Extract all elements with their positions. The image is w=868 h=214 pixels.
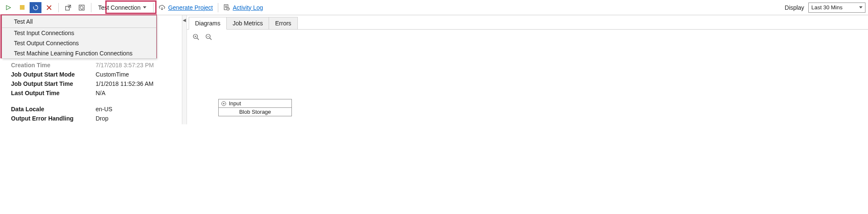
toolbar-separator [153,3,154,12]
input-icon [221,101,226,106]
property-row: Last Output Time N/A [11,90,182,96]
right-panel: Diagrams Job Metrics Errors Input Blob S… [187,15,868,124]
property-label: Creation Time [11,62,96,69]
splitter[interactable]: ◀ [182,15,187,124]
display-time-range-select[interactable]: Last 30 Mins [808,3,865,13]
activity-log-link[interactable]: Activity Log [222,4,265,11]
svg-line-13 [197,38,199,40]
test-connection-menu: Test All Test Input Connections Test Out… [2,15,157,59]
zoom-in-button[interactable] [193,34,201,41]
cloud-download-icon [159,4,165,11]
tab-errors[interactable]: Errors [269,17,297,29]
stop-button[interactable] [16,2,28,13]
activity-log-label: Activity Log [233,4,263,11]
property-label: Job Output Start Mode [11,71,96,78]
toolbar: Test Connection Generate Project Activit… [0,0,868,15]
property-row: Creation Time 7/17/2018 3:57:23 PM [11,62,182,69]
property-value: en-US [96,106,182,112]
display-time-range-value: Last 30 Mins [811,4,843,11]
generate-project-label: Generate Project [168,4,213,11]
chevron-down-icon [143,6,146,8]
diagram-node-title: Input [229,100,241,107]
svg-line-17 [210,38,212,40]
svg-point-20 [223,103,225,104]
activity-log-icon [223,4,230,11]
toolbar-separator [58,3,59,12]
svg-point-9 [228,8,228,9]
diagram-node-input[interactable]: Input Blob Storage [218,99,292,116]
menu-item-test-input[interactable]: Test Input Connections [2,28,156,38]
svg-rect-0 [20,5,25,10]
display-label: Display [785,4,804,11]
toolbar-separator [91,3,91,12]
menu-item-test-all[interactable]: Test All [2,16,156,28]
property-value: N/A [96,90,182,96]
property-value: Drop [96,115,182,122]
refresh-button[interactable] [30,2,41,13]
property-label: Data Locale [11,106,96,112]
test-connection-label: Test Connection [98,4,140,11]
menu-item-test-output[interactable]: Test Output Connections [2,38,156,48]
zoom-out-button[interactable] [206,34,213,41]
property-row: Job Output Start Time 1/1/2018 11:52:36 … [11,80,182,87]
zoom-out-icon [206,34,212,41]
zoom-in-icon [193,34,200,41]
property-row: Data Locale en-US [11,106,182,112]
generate-project-link[interactable]: Generate Project [157,4,214,11]
link-button[interactable] [76,2,88,13]
property-label: Job Output Start Time [11,80,96,87]
property-row: Output Error Handling Drop [11,115,182,122]
chevron-left-icon: ◀ [183,18,186,22]
property-label: Last Output Time [11,90,96,96]
tab-job-metrics[interactable]: Job Metrics [226,17,269,29]
menu-item-test-ml[interactable]: Test Machine Learning Function Connectio… [2,48,156,58]
play-button[interactable] [3,2,14,13]
tabs: Diagrams Job Metrics Errors [187,15,868,30]
diagram-area: Input Blob Storage [187,30,868,124]
delete-button[interactable] [43,2,55,13]
diagram-node-type: Blob Storage [219,108,291,116]
property-value: 1/1/2018 11:52:36 AM [96,80,182,87]
open-external-button[interactable] [62,2,74,13]
property-value: CustomTime [96,71,182,78]
tab-diagrams[interactable]: Diagrams [189,17,227,30]
test-connection-dropdown[interactable]: Test Connection [95,2,150,14]
svg-point-3 [80,5,83,10]
property-value: 7/17/2018 3:57:23 PM [96,62,182,69]
chevron-down-icon [859,6,863,8]
property-row: Job Output Start Mode CustomTime [11,71,182,78]
toolbar-separator [218,3,218,12]
property-label: Output Error Handling [11,115,96,122]
